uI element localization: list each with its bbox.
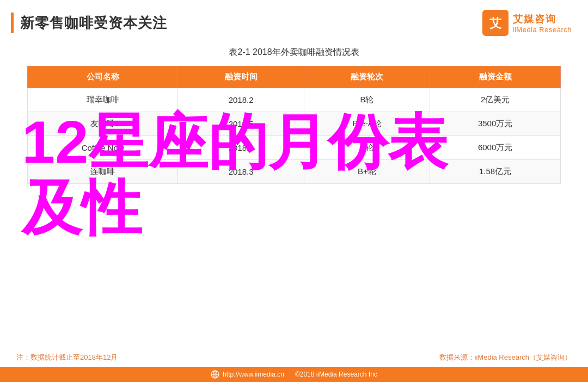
cell-round-2: Pre-A轮 (304, 112, 430, 136)
cell-round-4: B+轮 (304, 160, 430, 184)
globe-icon (211, 370, 219, 379)
table-header: 公司名称 融资时间 融资轮次 融资金额 (28, 66, 561, 88)
page-header: 新零售咖啡受资本关注 艾 艾媒咨询 iiMedia Research (0, 0, 588, 41)
svg-text:艾: 艾 (489, 16, 502, 30)
col-amount: 融资金额 (430, 66, 561, 88)
col-date: 融资时间 (178, 66, 304, 88)
footer-note-right: 数据来源：iiMedia Research（艾媒咨询） (439, 353, 572, 362)
cell-date-1: 2018.2 (178, 88, 304, 112)
col-company: 公司名称 (28, 66, 178, 88)
cell-company-4: 连咖啡 (28, 160, 178, 184)
title-block: 新零售咖啡受资本关注 (11, 13, 167, 33)
footer-url: http://www.iimedia.cn (223, 371, 284, 378)
cell-company-1: 瑞幸咖啡 (28, 88, 178, 112)
table-row: Coffee Now 2018.8 A轮 6000万元 (28, 136, 561, 160)
cell-company-2: 友咖啡 (28, 112, 178, 136)
cell-round-1: B轮 (304, 88, 430, 112)
footer-bottom-bar: http://www.iimedia.cn ©2018 iiMedia Rese… (0, 367, 588, 382)
footer-note: 注：数据统计截止至2018年12月 数据来源：iiMedia Research（… (0, 348, 588, 367)
table-title: 表2-1 2018年外卖咖啡融资情况表 (27, 47, 561, 58)
table-row: 连咖啡 2018.3 B+轮 1.58亿元 (28, 160, 561, 184)
cell-date-2: 2018.5 (178, 112, 304, 136)
cell-company-3: Coffee Now (28, 136, 178, 160)
cell-date-4: 2018.3 (178, 160, 304, 184)
footer-copyright: ©2018 iiMedia Research Inc (295, 371, 377, 378)
page-title: 新零售咖啡受资本关注 (20, 14, 167, 33)
brand-name-cn: 艾媒咨询 (513, 13, 556, 26)
cell-amount-3: 6000万元 (430, 136, 561, 160)
cell-amount-2: 3500万元 (430, 112, 561, 136)
table-header-row: 公司名称 融资时间 融资轮次 融资金额 (28, 66, 561, 88)
cell-date-3: 2018.8 (178, 136, 304, 160)
cell-round-3: A轮 (304, 136, 430, 160)
logo-area: 艾 艾媒咨询 iiMedia Research (482, 10, 572, 36)
financing-table: 公司名称 融资时间 融资轮次 融资金额 瑞幸咖啡 2018.2 B轮 2亿美元 … (27, 66, 561, 184)
cell-amount-1: 2亿美元 (430, 88, 561, 112)
footer: 注：数据统计截止至2018年12月 数据来源：iiMedia Research（… (0, 348, 588, 382)
cell-amount-4: 1.58亿元 (430, 160, 561, 184)
table-row: 友咖啡 2018.5 Pre-A轮 3500万元 (28, 112, 561, 136)
col-round: 融资轮次 (304, 66, 430, 88)
footer-website: http://www.iimedia.cn (211, 370, 284, 379)
title-bar-decoration (11, 13, 14, 33)
watermark-line2: 及性 (22, 175, 448, 241)
table-section: 表2-1 2018年外卖咖啡融资情况表 公司名称 融资时间 融资轮次 融资金额 … (0, 41, 588, 184)
table-row: 瑞幸咖啡 2018.2 B轮 2亿美元 (28, 88, 561, 112)
table-body: 瑞幸咖啡 2018.2 B轮 2亿美元 友咖啡 2018.5 Pre-A轮 35… (28, 88, 561, 184)
brand-logo-text: 艾媒咨询 iiMedia Research (513, 13, 572, 34)
footer-note-left: 注：数据统计截止至2018年12月 (16, 353, 118, 362)
brand-logo-icon: 艾 (482, 10, 509, 36)
brand-name-en: iiMedia Research (513, 26, 572, 34)
